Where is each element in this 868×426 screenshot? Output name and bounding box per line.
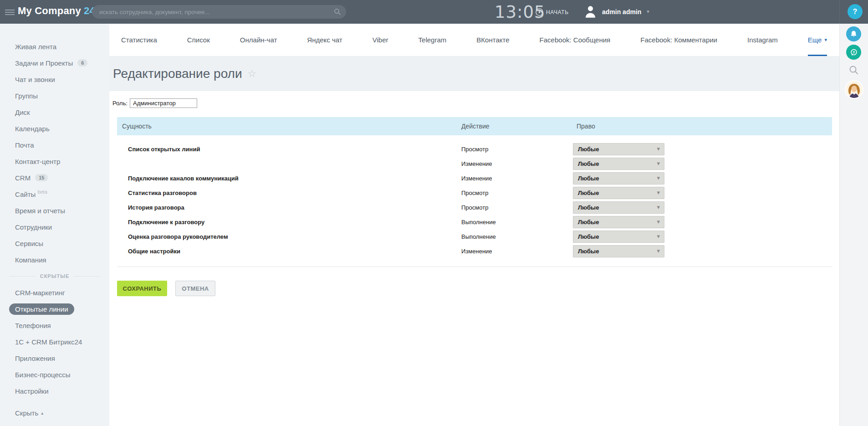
user-icon <box>584 5 597 19</box>
sidebar-item-label: Сайты <box>15 190 36 198</box>
sidebar-item[interactable]: Задачи и Проекты 6 <box>0 55 109 71</box>
row-entity: Подключение каналов коммуникаций <box>117 175 461 182</box>
sidebar-item[interactable]: Сайты beta <box>0 186 109 202</box>
sidebar-item[interactable]: Компания <box>0 251 109 268</box>
tab[interactable]: Список <box>187 24 210 56</box>
search-input[interactable] <box>92 5 346 19</box>
sidebar-item-label: Открытые линии <box>15 305 68 313</box>
save-button[interactable]: СОХРАНИТЬ <box>117 281 167 296</box>
bell-icon <box>850 30 858 38</box>
sidebar-item-label: 1С + CRM Битрикс24 <box>15 338 82 346</box>
sidebar-item-label: Диск <box>15 108 30 116</box>
tab[interactable]: Telegram <box>419 24 447 56</box>
chevron-down-icon: ▾ <box>657 247 660 254</box>
help-button[interactable]: ? <box>848 4 863 19</box>
tab[interactable]: ВКонтакте <box>476 24 509 56</box>
start-workday-label: НАЧАТЬ <box>546 9 569 15</box>
tab[interactable]: Instagram <box>747 24 778 56</box>
right-select[interactable]: Любые ▾ <box>573 158 664 170</box>
sidebar-item-label: Сервисы <box>15 240 43 247</box>
sidebar-item-badge: 15 <box>35 174 48 181</box>
sidebar-item-label: Календарь <box>15 125 50 133</box>
favorite-star-icon[interactable]: ☆ <box>248 68 257 80</box>
sidebar-item[interactable]: Сервисы <box>0 235 109 251</box>
right-rail <box>839 24 868 426</box>
search-icon <box>334 8 341 15</box>
sidebar-item-label: Живая лента <box>15 43 56 51</box>
sidebar-item[interactable]: Бизнес-процессы <box>0 366 109 383</box>
start-workday-button[interactable]: НАЧАТЬ <box>536 8 569 16</box>
sidebar-hidden-divider: СКРЫТЫЕ <box>0 272 109 280</box>
sidebar-item[interactable]: Контакт-центр <box>0 153 109 169</box>
tab[interactable]: Яндекс чат <box>307 24 342 56</box>
avatar[interactable] <box>846 81 863 98</box>
right-select[interactable]: Любые ▾ <box>573 245 664 257</box>
right-select[interactable]: Любые ▾ <box>573 231 664 243</box>
topbar-divider <box>839 0 840 24</box>
sidebar-item[interactable]: Группы <box>0 87 109 104</box>
page-content: Роль: Сущность Действие Право Список отк… <box>109 91 839 296</box>
row-entity: Общие настройки <box>117 248 461 255</box>
sidebar-item[interactable]: 1С + CRM Битрикс24 <box>0 334 109 350</box>
sidebar-item-label: Приложения <box>15 354 55 362</box>
sidebar-item-badge: 6 <box>77 59 87 67</box>
sidebar-item[interactable]: Время и отчеты <box>0 202 109 219</box>
right-select[interactable]: Любые ▾ <box>573 187 664 199</box>
row-entity: История разговора <box>117 204 461 211</box>
row-entity: Статистика разговоров <box>117 190 461 196</box>
sidebar-collapse-button[interactable]: Скрыть ▴ <box>0 405 109 421</box>
company-logo[interactable]: My Company24 <box>18 5 95 17</box>
right-select-value: Любые <box>573 173 664 184</box>
search-icon <box>848 65 859 76</box>
tab-more[interactable]: Еще ▾ <box>808 24 827 56</box>
right-select[interactable]: Любые ▾ <box>573 216 664 228</box>
sidebar-item-label: Время и отчеты <box>15 207 65 215</box>
sidebar-item[interactable]: Настройки <box>0 383 109 399</box>
sidebar-item-label: Бизнес-процессы <box>15 371 71 379</box>
sidebar-item[interactable]: Телефония <box>0 317 109 334</box>
page-title-band: Редактирование роли ☆ <box>109 56 839 91</box>
header-right: Право <box>573 123 832 130</box>
right-select[interactable]: Любые ▾ <box>573 143 664 155</box>
row-action: Просмотр <box>461 146 573 153</box>
sidebar-item[interactable]: Открытые линии <box>0 301 109 317</box>
user-menu[interactable]: admin admin ▾ <box>584 5 649 19</box>
chevron-down-icon: ▾ <box>657 145 660 152</box>
search-sidebar-button[interactable] <box>848 65 859 77</box>
sidebar-item[interactable]: Сотрудники <box>0 219 109 235</box>
sidebar-item[interactable]: Почта <box>0 137 109 153</box>
right-select[interactable]: Любые ▾ <box>573 172 664 185</box>
right-select[interactable]: Любые ▾ <box>573 201 664 214</box>
sidebar-item[interactable]: CRM-маркетинг <box>0 284 109 301</box>
sidebar-item[interactable]: Календарь <box>0 120 109 137</box>
tab[interactable]: Facebook: Сообщения <box>540 24 611 56</box>
sidebar-item[interactable]: CRM 15 <box>0 169 109 186</box>
tab[interactable]: Viber <box>373 24 388 56</box>
notifications-button[interactable] <box>846 26 861 41</box>
row-action: Выполнение <box>461 219 573 226</box>
role-name-input[interactable] <box>130 98 197 108</box>
sidebar-item[interactable]: Чат и звонки <box>0 71 109 87</box>
logo-text: My Company <box>18 5 81 16</box>
messenger-button[interactable] <box>846 45 861 60</box>
sidebar-item-label: CRM-маркетинг <box>15 289 65 297</box>
row-entity: Список открытых линий <box>117 146 461 153</box>
menu-icon[interactable] <box>5 10 15 16</box>
tab[interactable]: Статистика <box>121 24 157 56</box>
sidebar-item-label: Чат и звонки <box>15 76 55 83</box>
table-row: Общие настройки Изменение Любые ▾ <box>117 244 832 258</box>
sidebar-item[interactable]: Диск <box>0 104 109 120</box>
sidebar-item-label: Контакт-центр <box>15 158 60 165</box>
tab[interactable]: Facebook: Комментарии <box>640 24 717 56</box>
right-select-value: Любые <box>573 158 664 169</box>
tab[interactable]: Онлайн-чат <box>240 24 277 56</box>
sidebar: Живая лента Задачи и Проекты 6 Чат и зво… <box>0 24 109 426</box>
sidebar-item[interactable]: Приложения <box>0 350 109 366</box>
chevron-down-icon: ▾ <box>657 233 660 240</box>
tabs-bar: СтатистикаСписокОнлайн-чатЯндекс чатVibe… <box>109 24 839 56</box>
sidebar-item[interactable]: Живая лента <box>0 38 109 55</box>
cancel-button[interactable]: ОТМЕНА <box>175 281 215 296</box>
chevron-down-icon: ▾ <box>657 218 660 225</box>
row-entity: Оценка разговора руководителем <box>117 233 461 240</box>
row-action: Изменение <box>461 175 573 182</box>
